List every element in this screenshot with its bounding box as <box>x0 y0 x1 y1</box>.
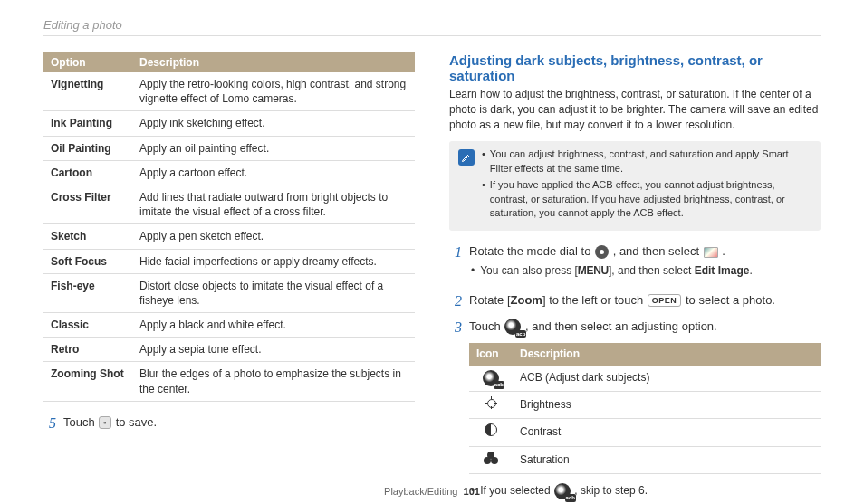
note-box: •You can adjust brightness, contrast, an… <box>449 141 821 231</box>
open-button-icon: OPEN <box>648 294 682 307</box>
page-footer: Playback/Editing 101 <box>0 486 864 497</box>
page-header: Editing a photo <box>43 18 821 36</box>
step-text: Rotate [Zoom] to the left or touch OPEN … <box>469 292 821 309</box>
table-row: Zooming ShotBlur the edges of a photo to… <box>43 362 415 401</box>
table-row: SketchApply a pen sketch effect. <box>43 224 415 249</box>
option-name: Classic <box>43 313 132 338</box>
edit-image-thumbnail-icon <box>704 247 718 258</box>
option-desc: Apply ink sketching effect. <box>132 111 415 136</box>
icon-cell <box>469 419 513 446</box>
save-icon: ▫ <box>99 416 111 429</box>
option-desc: Brightness <box>513 392 821 419</box>
brightness-icon <box>485 396 497 409</box>
note-icon <box>458 149 475 166</box>
option-name: Vignetting <box>43 72 132 111</box>
option-name: Cross Filter <box>43 185 132 223</box>
table-row: RetroApply a sepia tone effect. <box>43 338 415 362</box>
option-desc: Apply an oil painting effect. <box>132 136 415 160</box>
step-number: 3 <box>449 319 462 336</box>
table-row: Fish-eyeDistort close objects to imitate… <box>43 273 415 312</box>
table-row: ClassicApply a black and white effect. <box>43 313 415 338</box>
table-row: Cross FilterAdd lines that radiate outwa… <box>43 185 415 223</box>
table-row: Contrast <box>469 419 821 446</box>
table-header-row: Option Description <box>43 52 415 72</box>
icon-cell <box>469 392 513 419</box>
step-sub-bullet: • You can also press [MENU], and then se… <box>469 263 821 279</box>
col-header-option: Option <box>43 52 132 72</box>
text: ] to the left or touch <box>542 293 647 307</box>
text: , and then select an adjusting option. <box>525 319 717 333</box>
adjust-options-table: Icon Description ACB (Adjust dark subjec… <box>469 343 821 475</box>
option-desc: Blur the edges of a photo to emphasize t… <box>132 362 415 401</box>
option-desc: Add lines that radiate outward from brig… <box>132 185 415 223</box>
table-row: Oil PaintingApply an oil painting effect… <box>43 136 415 160</box>
col-header-icon: Icon <box>469 343 513 366</box>
table-row: Saturation <box>469 446 821 473</box>
option-name: Oil Painting <box>43 136 132 160</box>
table-row: Brightness <box>469 392 821 419</box>
note-item: You can adjust brightness, contrast, and… <box>490 147 811 176</box>
table-row: Ink PaintingApply ink sketching effect. <box>43 111 415 136</box>
effects-table: Option Description VignettingApply the r… <box>43 52 415 402</box>
option-desc: Apply the retro-looking colors, high con… <box>132 72 415 111</box>
option-desc: Distort close objects to imitate the vis… <box>132 273 415 312</box>
option-name: Ink Painting <box>43 111 132 136</box>
step-text: Rotate the mode dial to , and then selec… <box>469 243 821 279</box>
step-5: 5 Touch ▫ to save. <box>43 414 415 432</box>
text: to save. <box>116 415 158 429</box>
option-name: Fish-eye <box>43 273 132 312</box>
note-item: If you have applied the ACB effect, you … <box>490 178 811 220</box>
table-row: CartoonApply a cartoon effect. <box>43 160 415 185</box>
right-column: Adjusting dark subjects, brightness, con… <box>449 52 821 499</box>
option-desc: Contrast <box>513 419 821 446</box>
option-desc: Hide facial imperfections or apply dream… <box>132 249 415 273</box>
option-desc: Apply a cartoon effect. <box>132 160 415 185</box>
menu-button-label: MENU <box>578 264 609 277</box>
left-column: Option Description VignettingApply the r… <box>43 52 415 499</box>
option-desc: Apply a pen sketch effect. <box>132 224 415 249</box>
intro-paragraph: Learn how to adjust the brightness, cont… <box>449 87 821 132</box>
text: to select a photo. <box>686 293 775 307</box>
option-name: Soft Focus <box>43 249 132 273</box>
option-desc: ACB (Adjust dark subjects) <box>513 366 821 392</box>
option-desc: Saturation <box>513 446 821 473</box>
table-row: ACB (Adjust dark subjects) <box>469 366 821 392</box>
text: , and then select <box>613 244 703 258</box>
text: ], and then select <box>609 264 695 277</box>
step-1: 1 Rotate the mode dial to , and then sel… <box>449 243 821 279</box>
table-header-row: Icon Description <box>469 343 821 366</box>
note-content: •You can adjust brightness, contrast, an… <box>482 147 811 223</box>
saturation-icon <box>484 452 498 464</box>
section-title: Adjusting dark subjects, brightness, con… <box>449 52 821 83</box>
edit-image-bold: Edit Image <box>695 264 750 277</box>
step-text: Touch , and then select an adjusting opt… <box>469 319 821 499</box>
step-number: 1 <box>449 243 462 261</box>
text: . <box>749 264 752 277</box>
adjust-icon <box>504 319 521 335</box>
two-column-layout: Option Description VignettingApply the r… <box>43 52 821 499</box>
text: Rotate [ <box>469 293 511 307</box>
text: Rotate the mode dial to <box>469 244 594 258</box>
zoom-bold: Zoom <box>511 293 542 307</box>
icon-cell <box>469 446 513 473</box>
text: You can also press [ <box>480 264 578 277</box>
contrast-icon <box>485 423 497 436</box>
col-header-description: Description <box>513 343 821 366</box>
mode-dial-icon <box>595 245 609 259</box>
col-header-description: Description <box>132 52 415 72</box>
option-name: Sketch <box>43 224 132 249</box>
text: Touch <box>469 319 504 333</box>
option-name: Zooming Shot <box>43 362 132 401</box>
step-number: 5 <box>43 414 56 432</box>
acb-icon <box>483 370 499 386</box>
step-number: 2 <box>449 292 462 309</box>
icon-cell <box>469 366 513 392</box>
footer-section: Playback/Editing <box>384 486 457 497</box>
option-desc: Apply a black and white effect. <box>132 313 415 338</box>
table-row: VignettingApply the retro-looking colors… <box>43 72 415 111</box>
table-row: Soft FocusHide facial imperfections or a… <box>43 249 415 273</box>
step-3: 3 Touch , and then select an adjusting o… <box>449 319 821 499</box>
option-name: Cartoon <box>43 160 132 185</box>
step-2: 2 Rotate [Zoom] to the left or touch OPE… <box>449 292 821 309</box>
text: Touch <box>63 415 98 429</box>
